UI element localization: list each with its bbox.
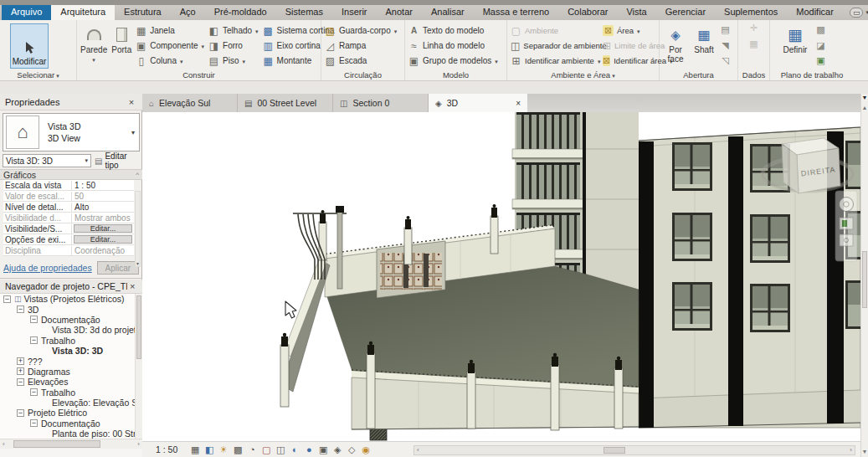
scrollbar-thumb[interactable] xyxy=(862,251,867,308)
separador-ambiente-button[interactable]: ◫Separador de ambiente xyxy=(511,39,601,53)
grupo-modelos-button[interactable]: ▣Grupo de modelos xyxy=(408,54,503,68)
collapse-expander[interactable] xyxy=(17,409,24,417)
ribbon-tab-suplementos[interactable]: Suplementos xyxy=(715,5,787,20)
worksharing-display-icon[interactable]: ◈ xyxy=(331,444,343,455)
scroll-right-arrow[interactable]: › xyxy=(850,446,852,454)
apply-button[interactable]: Aplicar xyxy=(97,261,139,275)
property-row[interactable]: Valor de escal...50 xyxy=(3,191,134,202)
collapse-expander[interactable] xyxy=(30,419,38,427)
ribbon-tab-massa-e-terreno[interactable]: Massa e terreno xyxy=(474,5,558,20)
scrollbar-thumb[interactable] xyxy=(603,447,625,454)
panel-label-selecionar[interactable]: Selecionar xyxy=(0,69,76,80)
collapse-expander[interactable] xyxy=(3,295,11,303)
tree-item-trabalho[interactable]: Trabalho xyxy=(0,336,142,346)
linha-modelo-button[interactable]: ≈Linha do modelo xyxy=(408,39,503,53)
scroll-left-arrow[interactable]: ‹ xyxy=(417,446,419,454)
shaft-button[interactable]: ▦ Shaft xyxy=(691,23,717,54)
close-icon[interactable] xyxy=(127,281,137,291)
detail-level-icon[interactable]: ▦ xyxy=(189,444,201,455)
ribbon-display-options-button[interactable] xyxy=(843,5,868,20)
properties-scrollbar[interactable]: ▾ xyxy=(135,191,141,267)
tree-item-vista-3d-projeto[interactable]: Vista 3D: 3d do projet xyxy=(0,325,142,335)
tree-item-vista-3d-active[interactable]: Vista 3D: 3D xyxy=(0,346,142,356)
collapse-expander[interactable] xyxy=(30,336,38,344)
tree-horizontal-scrollbar[interactable]: ‹ › xyxy=(0,439,142,449)
tree-item-documentacao[interactable]: Documentação xyxy=(0,315,142,325)
ribbon-tab-inserir[interactable]: Inserir xyxy=(332,5,377,20)
view-tab-section-0[interactable]: ◫Section 0 xyxy=(333,94,429,112)
vertical-opening-icon[interactable]: ◥ xyxy=(720,40,731,51)
tree-item-planta-piso[interactable]: Planta de piso: 00 Stre xyxy=(0,429,142,439)
canvas-horizontal-scrollbar[interactable]: ‹ › xyxy=(413,445,855,455)
temporary-view-properties-icon[interactable]: ▣ xyxy=(317,444,329,455)
crop-view-icon[interactable]: ▢ xyxy=(260,444,272,455)
parede-button[interactable]: Parede xyxy=(80,23,107,64)
area-button[interactable]: ⊠Área xyxy=(603,23,660,38)
wall-opening-icon[interactable]: ▤ xyxy=(720,24,731,35)
editar-button[interactable]: Editar... xyxy=(74,235,132,244)
view-tab-00-street-level[interactable]: ▤00 Street Level xyxy=(238,94,333,112)
modificar-button[interactable]: Modificar xyxy=(10,23,49,69)
rendering-icon[interactable]: ◔ xyxy=(246,444,258,455)
collapse-icon[interactable]: ^ xyxy=(136,171,139,178)
forro-button[interactable]: ◨Forro xyxy=(208,39,259,53)
view-tab-3d[interactable]: ◈3D xyxy=(429,94,527,112)
ribbon-tab-arquivo[interactable]: Arquivo xyxy=(2,5,51,20)
reveal-hidden-elements-icon[interactable]: ● xyxy=(303,444,315,455)
scroll-left-arrow[interactable]: ‹ xyxy=(3,440,5,448)
canvas-vertical-scrollbar[interactable]: ▼ ▲ ▼ xyxy=(860,94,868,457)
escada-button[interactable]: ▨Escada xyxy=(325,54,401,68)
dormer-opening-icon[interactable]: ◹ xyxy=(720,55,731,66)
property-row[interactable]: Opções de exi...Editar... xyxy=(3,234,134,245)
shadows-icon[interactable]: ▩ xyxy=(232,444,244,455)
ribbon-tab-colaborar[interactable]: Colaborar xyxy=(558,5,617,20)
reveal-constraints-icon[interactable]: ◉ xyxy=(360,444,372,455)
editar-button[interactable]: Editar... xyxy=(74,224,132,233)
ref-plane-icon[interactable]: ◪ xyxy=(815,40,826,51)
tree-item-diagramas[interactable]: Diagramas xyxy=(0,367,142,377)
visual-style-icon[interactable]: ◧ xyxy=(203,444,215,455)
ribbon-tab-sistemas[interactable]: Sistemas xyxy=(276,5,332,20)
piso-button[interactable]: ▤Piso xyxy=(208,54,259,68)
rampa-button[interactable]: ◿Rampa xyxy=(325,39,401,53)
ribbon-tab-vista[interactable]: Vista xyxy=(617,5,655,20)
componente-button[interactable]: ▣Componente xyxy=(136,39,204,53)
collapse-expander[interactable] xyxy=(17,306,24,313)
tree-item-elevacoes[interactable]: Elevações xyxy=(0,377,142,387)
show-crop-icon[interactable]: ◫ xyxy=(275,444,286,455)
3d-viewport[interactable]: DIREITA xyxy=(142,112,860,441)
identificar-ambiente-button[interactable]: ⊞Identificar ambiente xyxy=(511,54,601,68)
ribbon-tab-pre-moldado[interactable]: Pré-moldado xyxy=(205,5,276,20)
guarda-corpo-button[interactable]: ▧Guarda-corpo xyxy=(325,23,401,38)
ribbon-tab-arquitetura[interactable]: Arquitetura xyxy=(51,5,115,20)
chevron-down-icon[interactable] xyxy=(131,129,135,136)
temporary-hide-isolate-icon[interactable]: ◐ xyxy=(289,444,300,455)
por-face-button[interactable]: ◈ Por face xyxy=(663,23,688,64)
collapse-expander[interactable] xyxy=(30,316,38,323)
property-row[interactable]: Escala da vista1 : 50 xyxy=(3,180,134,191)
ribbon-tab-modificar[interactable]: Modificar xyxy=(787,5,843,20)
scrollbar-thumb[interactable] xyxy=(13,440,100,448)
scroll-up-arrow[interactable]: ▲ xyxy=(861,105,868,110)
property-row[interactable]: Visibilidade/S...Editar... xyxy=(3,223,134,234)
definir-button[interactable]: ▦ Definir xyxy=(780,23,810,54)
janela-button[interactable]: ▦Janela xyxy=(136,23,204,38)
close-icon[interactable] xyxy=(126,97,137,107)
texto-modelo-button[interactable]: ATexto do modelo xyxy=(408,23,503,38)
show-work-plane-icon[interactable]: ▩ xyxy=(815,24,826,35)
scroll-down-arrow[interactable]: ▼ xyxy=(861,449,868,454)
expand-expander[interactable] xyxy=(17,367,24,375)
collapse-expander[interactable] xyxy=(30,388,38,396)
view-tab-elevacao-sul[interactable]: ⌂Elevação Sul xyxy=(142,94,238,112)
property-row[interactable]: Nível de detal...Alto xyxy=(3,202,134,213)
property-row[interactable]: Visibilidade d...Mostrar ambos xyxy=(3,213,134,223)
identificar-area-button[interactable]: ⊠Identificar área xyxy=(603,54,660,68)
tree-item-elevacao-sul[interactable]: Elevação: Elevação Su xyxy=(0,398,142,408)
tree-item-projeto-eletrico[interactable]: Projeto Elétrico xyxy=(0,408,142,418)
work-plane-viewer-icon[interactable]: ▣ xyxy=(815,55,826,66)
ribbon-tab-gerenciar[interactable]: Gerenciar xyxy=(656,5,715,20)
tree-item-trabalho-2[interactable]: Trabalho xyxy=(0,388,142,398)
navigation-bar[interactable] xyxy=(835,191,857,261)
tree-item-documentacao-2[interactable]: Documentação xyxy=(0,418,142,429)
view-scale-button[interactable]: 1 : 50 xyxy=(156,444,177,454)
